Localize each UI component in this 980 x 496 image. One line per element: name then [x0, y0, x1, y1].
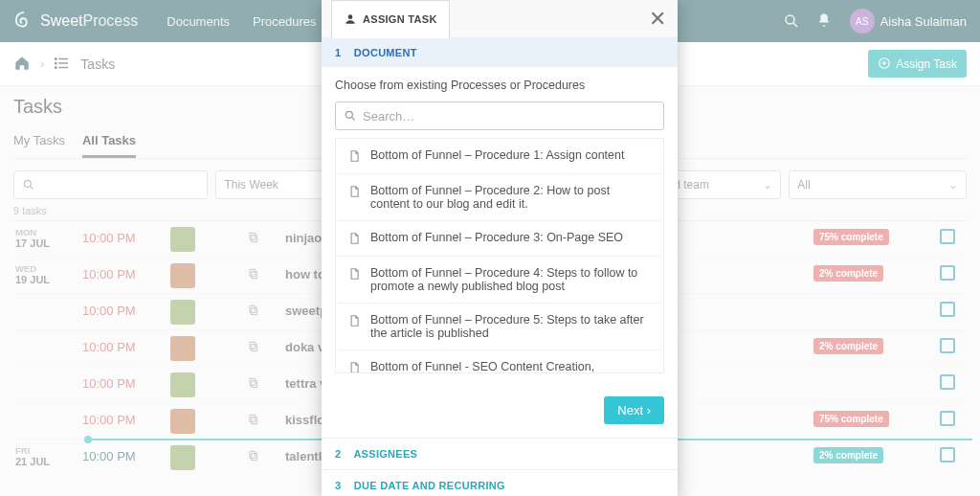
- document-icon: [347, 232, 361, 246]
- document-search[interactable]: [335, 101, 664, 130]
- document-item[interactable]: Bottom of Funnel – Procedure 4: Steps to…: [336, 257, 661, 304]
- document-item[interactable]: Bottom of Funnel – Procedure 3: On-Page …: [336, 221, 661, 257]
- document-icon: [347, 314, 361, 340]
- document-item-label: Bottom of Funnel – Procedure 4: Steps to…: [370, 266, 650, 293]
- document-item-label: Bottom of Funnel – Procedure 5: Steps to…: [370, 313, 650, 340]
- modal-tab-label: ASSIGN TASK: [363, 13, 437, 25]
- next-button[interactable]: Next ›: [604, 396, 664, 424]
- document-icon: [347, 149, 361, 164]
- step-3-num: 3: [335, 480, 341, 491]
- document-item[interactable]: Bottom of Funnel – Procedure 5: Steps to…: [336, 304, 661, 350]
- document-item-label: Bottom of Funnel – Procedure 1: Assign c…: [370, 148, 624, 164]
- next-row: Next ›: [322, 387, 678, 438]
- modal-tabbar: ASSIGN TASK ✕: [322, 0, 678, 38]
- assign-task-modal: ASSIGN TASK ✕ 1 DOCUMENT Choose from exi…: [322, 0, 678, 496]
- modal-tab-assign-task[interactable]: ASSIGN TASK: [331, 0, 450, 38]
- step-2-label: ASSIGNEES: [353, 448, 417, 460]
- step-3-label: DUE DATE AND RECURRING: [354, 480, 505, 491]
- document-list[interactable]: Bottom of Funnel – Procedure 1: Assign c…: [335, 138, 664, 373]
- step-1-header[interactable]: 1 DOCUMENT: [322, 38, 678, 67]
- document-icon: [347, 185, 361, 211]
- person-icon: [344, 12, 357, 26]
- step-2-num: 2: [335, 448, 341, 460]
- document-icon: [347, 267, 361, 293]
- step-1-label: DOCUMENT: [354, 47, 417, 58]
- step-1-body: Choose from existing Processes or Proced…: [322, 67, 678, 387]
- document-item-label: Bottom of Funnel – Procedure 3: On-Page …: [370, 231, 623, 246]
- step-1-num: 1: [335, 47, 341, 58]
- step-3-header[interactable]: 3 DUE DATE AND RECURRING: [322, 469, 678, 496]
- document-item[interactable]: Bottom of Funnel – Procedure 1: Assign c…: [336, 139, 661, 174]
- document-search-input[interactable]: [363, 109, 656, 124]
- document-item[interactable]: Bottom of Funnel - SEO Content Creation,…: [336, 350, 661, 373]
- svg-point-28: [345, 111, 352, 118]
- step-2-header[interactable]: 2 ASSIGNEES: [322, 438, 678, 469]
- svg-point-27: [348, 14, 353, 19]
- document-item-label: Bottom of Funnel - SEO Content Creation,…: [370, 360, 650, 373]
- next-button-label: Next: [617, 403, 643, 417]
- step-1-hint: Choose from existing Processes or Proced…: [335, 79, 664, 92]
- close-icon[interactable]: ✕: [649, 7, 666, 32]
- svg-line-29: [352, 118, 355, 121]
- chevron-right-icon: ›: [647, 403, 651, 417]
- document-icon: [347, 361, 361, 373]
- document-item[interactable]: Bottom of Funnel – Procedure 2: How to p…: [336, 174, 661, 221]
- document-item-label: Bottom of Funnel – Procedure 2: How to p…: [370, 184, 650, 211]
